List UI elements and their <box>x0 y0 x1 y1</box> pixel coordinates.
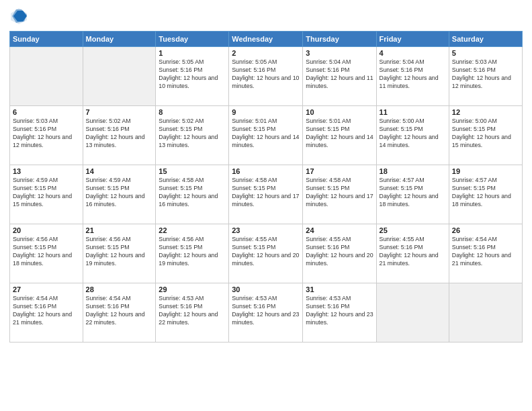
day-info: Sunrise: 4:53 AM Sunset: 5:16 PM Dayligh… <box>159 295 226 327</box>
calendar-cell: 14Sunrise: 4:59 AM Sunset: 5:15 PM Dayli… <box>83 165 156 224</box>
day-number: 17 <box>306 167 373 175</box>
day-number: 8 <box>159 108 226 116</box>
calendar-cell: 17Sunrise: 4:58 AM Sunset: 5:15 PM Dayli… <box>303 165 376 224</box>
day-info: Sunrise: 5:03 AM Sunset: 5:16 PM Dayligh… <box>452 58 519 91</box>
calendar-header-row: SundayMondayTuesdayWednesdayThursdayFrid… <box>10 32 523 47</box>
day-info: Sunrise: 5:03 AM Sunset: 5:16 PM Dayligh… <box>13 118 80 150</box>
day-number: 28 <box>86 285 153 293</box>
calendar-cell: 18Sunrise: 4:57 AM Sunset: 5:15 PM Dayli… <box>376 165 449 224</box>
calendar-cell: 13Sunrise: 4:59 AM Sunset: 5:15 PM Dayli… <box>10 165 83 224</box>
calendar-week-4: 20Sunrise: 4:56 AM Sunset: 5:15 PM Dayli… <box>10 224 523 283</box>
day-number: 25 <box>380 226 446 234</box>
calendar-cell: 23Sunrise: 4:55 AM Sunset: 5:15 PM Dayli… <box>229 224 303 283</box>
day-info: Sunrise: 4:53 AM Sunset: 5:16 PM Dayligh… <box>306 295 373 327</box>
day-number: 21 <box>86 226 153 234</box>
calendar-cell: 11Sunrise: 5:00 AM Sunset: 5:15 PM Dayli… <box>376 106 449 165</box>
calendar-cell: 12Sunrise: 5:00 AM Sunset: 5:15 PM Dayli… <box>449 106 522 165</box>
day-header-thursday: Thursday <box>303 32 376 47</box>
day-info: Sunrise: 4:56 AM Sunset: 5:15 PM Dayligh… <box>13 236 80 268</box>
day-info: Sunrise: 5:02 AM Sunset: 5:15 PM Dayligh… <box>159 118 226 150</box>
day-number: 10 <box>306 108 373 116</box>
day-number: 24 <box>306 226 373 234</box>
page: SundayMondayTuesdayWednesdayThursdayFrid… <box>0 0 532 411</box>
day-info: Sunrise: 5:01 AM Sunset: 5:15 PM Dayligh… <box>306 118 373 150</box>
day-number: 7 <box>86 108 153 116</box>
calendar-cell: 2Sunrise: 5:05 AM Sunset: 5:16 PM Daylig… <box>229 47 303 106</box>
day-header-tuesday: Tuesday <box>156 32 229 47</box>
calendar-cell: 9Sunrise: 5:01 AM Sunset: 5:15 PM Daylig… <box>229 106 303 165</box>
day-info: Sunrise: 4:58 AM Sunset: 5:15 PM Dayligh… <box>306 177 373 209</box>
logo-icon <box>9 7 28 26</box>
day-info: Sunrise: 4:59 AM Sunset: 5:15 PM Dayligh… <box>13 177 80 209</box>
calendar-cell: 26Sunrise: 4:54 AM Sunset: 5:16 PM Dayli… <box>449 224 522 283</box>
day-info: Sunrise: 4:58 AM Sunset: 5:15 PM Dayligh… <box>232 177 300 209</box>
calendar-cell: 31Sunrise: 4:53 AM Sunset: 5:16 PM Dayli… <box>303 283 376 342</box>
day-number: 31 <box>306 285 373 293</box>
calendar-week-3: 13Sunrise: 4:59 AM Sunset: 5:15 PM Dayli… <box>10 165 523 224</box>
day-info: Sunrise: 5:00 AM Sunset: 5:15 PM Dayligh… <box>380 118 446 150</box>
calendar-week-1: 1Sunrise: 5:05 AM Sunset: 5:16 PM Daylig… <box>10 47 523 106</box>
calendar-cell <box>83 47 156 106</box>
day-info: Sunrise: 4:56 AM Sunset: 5:15 PM Dayligh… <box>159 236 226 268</box>
day-number: 2 <box>232 49 300 57</box>
calendar-cell: 28Sunrise: 4:54 AM Sunset: 5:16 PM Dayli… <box>83 283 156 342</box>
day-header-sunday: Sunday <box>10 32 83 47</box>
calendar-cell: 24Sunrise: 4:55 AM Sunset: 5:16 PM Dayli… <box>303 224 376 283</box>
day-info: Sunrise: 4:55 AM Sunset: 5:16 PM Dayligh… <box>306 236 373 268</box>
calendar-cell: 16Sunrise: 4:58 AM Sunset: 5:15 PM Dayli… <box>229 165 303 224</box>
day-number: 20 <box>13 226 80 234</box>
day-number: 19 <box>452 167 519 175</box>
calendar-cell: 27Sunrise: 4:54 AM Sunset: 5:16 PM Dayli… <box>10 283 83 342</box>
day-number: 30 <box>232 285 300 293</box>
day-header-wednesday: Wednesday <box>229 32 303 47</box>
day-info: Sunrise: 5:05 AM Sunset: 5:16 PM Dayligh… <box>159 58 226 91</box>
day-number: 23 <box>232 226 300 234</box>
day-number: 16 <box>232 167 300 175</box>
day-info: Sunrise: 5:04 AM Sunset: 5:16 PM Dayligh… <box>306 58 373 91</box>
calendar-cell: 15Sunrise: 4:58 AM Sunset: 5:15 PM Dayli… <box>156 165 229 224</box>
calendar-cell <box>376 283 449 342</box>
day-info: Sunrise: 5:04 AM Sunset: 5:16 PM Dayligh… <box>380 58 446 91</box>
calendar-cell: 8Sunrise: 5:02 AM Sunset: 5:15 PM Daylig… <box>156 106 229 165</box>
day-info: Sunrise: 4:54 AM Sunset: 5:16 PM Dayligh… <box>86 295 153 327</box>
day-info: Sunrise: 4:59 AM Sunset: 5:15 PM Dayligh… <box>86 177 153 209</box>
calendar-cell: 3Sunrise: 5:04 AM Sunset: 5:16 PM Daylig… <box>303 47 376 106</box>
day-info: Sunrise: 4:56 AM Sunset: 5:15 PM Dayligh… <box>86 236 153 268</box>
calendar-cell: 1Sunrise: 5:05 AM Sunset: 5:16 PM Daylig… <box>156 47 229 106</box>
day-number: 5 <box>452 49 519 57</box>
day-info: Sunrise: 4:57 AM Sunset: 5:15 PM Dayligh… <box>452 177 519 209</box>
calendar-cell <box>449 283 522 342</box>
calendar-cell: 6Sunrise: 5:03 AM Sunset: 5:16 PM Daylig… <box>10 106 83 165</box>
day-number: 26 <box>452 226 519 234</box>
day-info: Sunrise: 5:00 AM Sunset: 5:15 PM Dayligh… <box>452 118 519 150</box>
day-header-monday: Monday <box>83 32 156 47</box>
calendar-cell: 20Sunrise: 4:56 AM Sunset: 5:15 PM Dayli… <box>10 224 83 283</box>
calendar-cell: 10Sunrise: 5:01 AM Sunset: 5:15 PM Dayli… <box>303 106 376 165</box>
calendar-cell: 30Sunrise: 4:53 AM Sunset: 5:16 PM Dayli… <box>229 283 303 342</box>
day-info: Sunrise: 5:01 AM Sunset: 5:15 PM Dayligh… <box>232 118 300 150</box>
day-number: 3 <box>306 49 373 57</box>
calendar-cell: 5Sunrise: 5:03 AM Sunset: 5:16 PM Daylig… <box>449 47 522 106</box>
day-number: 14 <box>86 167 153 175</box>
header <box>9 7 523 26</box>
day-number: 6 <box>13 108 80 116</box>
day-number: 18 <box>380 167 446 175</box>
calendar-cell: 21Sunrise: 4:56 AM Sunset: 5:15 PM Dayli… <box>83 224 156 283</box>
day-info: Sunrise: 4:55 AM Sunset: 5:16 PM Dayligh… <box>380 236 446 268</box>
day-number: 1 <box>159 49 226 57</box>
calendar-cell: 29Sunrise: 4:53 AM Sunset: 5:16 PM Dayli… <box>156 283 229 342</box>
calendar-cell: 22Sunrise: 4:56 AM Sunset: 5:15 PM Dayli… <box>156 224 229 283</box>
day-info: Sunrise: 4:58 AM Sunset: 5:15 PM Dayligh… <box>159 177 226 209</box>
day-header-friday: Friday <box>376 32 449 47</box>
calendar-cell <box>10 47 83 106</box>
day-header-saturday: Saturday <box>449 32 522 47</box>
calendar-cell: 7Sunrise: 5:02 AM Sunset: 5:16 PM Daylig… <box>83 106 156 165</box>
day-number: 15 <box>159 167 226 175</box>
calendar-cell: 25Sunrise: 4:55 AM Sunset: 5:16 PM Dayli… <box>376 224 449 283</box>
day-info: Sunrise: 5:02 AM Sunset: 5:16 PM Dayligh… <box>86 118 153 150</box>
day-info: Sunrise: 4:53 AM Sunset: 5:16 PM Dayligh… <box>232 295 300 327</box>
day-number: 22 <box>159 226 226 234</box>
calendar: SundayMondayTuesdayWednesdayThursdayFrid… <box>9 31 523 342</box>
day-number: 13 <box>13 167 80 175</box>
day-number: 4 <box>380 49 446 57</box>
